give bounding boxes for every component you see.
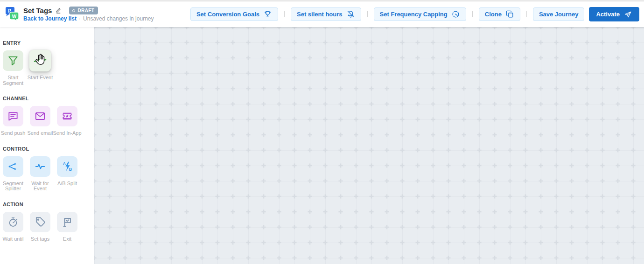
palette-item-send-inapp: Send In-App xyxy=(57,106,77,136)
set-conversion-goals-button[interactable]: Set Conversion Goals xyxy=(190,7,278,21)
header-actions: Set Conversion Goals Set silent hours Se… xyxy=(190,7,639,21)
subtitle-separator: · xyxy=(79,15,81,22)
section-title: ENTRY xyxy=(3,40,94,46)
funnel-icon xyxy=(7,55,19,67)
gauge-icon xyxy=(451,10,460,19)
pushwoosh-logo-icon: P W xyxy=(5,7,20,22)
palette-item-set-tags: Set tags xyxy=(30,212,50,242)
section-entry: ENTRY Start Segment xyxy=(3,40,94,86)
app-logo[interactable]: P W xyxy=(5,7,20,22)
tile-label: Start Segment xyxy=(0,75,28,86)
palette-item-start-segment: Start Segment xyxy=(3,50,23,86)
badge-dot-icon xyxy=(72,9,75,12)
tile-label: Send push xyxy=(0,131,28,136)
tile-label: Wait until xyxy=(0,236,28,242)
save-journey-label: Save Journey xyxy=(539,11,579,18)
ab-letter-b: B xyxy=(69,167,72,172)
palette-item-start-event: Start Event xyxy=(30,50,50,86)
edit-pencil-icon[interactable] xyxy=(55,7,62,14)
page-title: Set Tags xyxy=(23,7,52,14)
palette-item-wait-until: Wait until xyxy=(3,212,23,242)
bell-off-icon xyxy=(346,10,355,19)
unsaved-changes-note: Unsaved changes in journey xyxy=(83,15,154,22)
node-palette-sidebar: ENTRY Start Segment xyxy=(0,27,94,264)
button-separator xyxy=(472,11,473,17)
trophy-icon xyxy=(263,10,272,19)
flag-check-icon xyxy=(61,216,73,228)
tile-label: Send In-App xyxy=(52,131,83,136)
save-journey-button[interactable]: Save Journey xyxy=(533,7,585,21)
button-separator xyxy=(526,11,527,17)
stopwatch-icon xyxy=(7,216,19,228)
ab-split-tile[interactable]: A B xyxy=(57,156,77,177)
button-separator xyxy=(367,11,368,17)
tile-label: Segment Splitter xyxy=(0,181,28,192)
envelope-icon xyxy=(34,110,46,122)
set-conversion-goals-label: Set Conversion Goals xyxy=(196,11,259,18)
clone-button[interactable]: Clone xyxy=(479,7,520,21)
ab-letter-a: A xyxy=(63,161,66,166)
tile-label: Exit xyxy=(52,236,83,242)
palette-item-wait-for-event: Wait for Event xyxy=(30,156,50,192)
wait-until-tile[interactable] xyxy=(3,212,23,232)
palette-item-segment-splitter: Segment Splitter xyxy=(3,156,23,192)
back-to-journey-list-link[interactable]: Back to Journey list xyxy=(23,15,77,22)
ab-split-icon: A B xyxy=(61,160,73,173)
set-tags-tile[interactable] xyxy=(30,212,50,232)
copy-icon xyxy=(505,10,514,19)
exit-tile[interactable] xyxy=(57,212,77,232)
start-segment-tile[interactable] xyxy=(3,50,23,71)
canvas-grid xyxy=(94,27,644,264)
activate-button[interactable]: Activate xyxy=(589,7,639,21)
send-inapp-tile[interactable] xyxy=(57,106,77,126)
set-silent-hours-label: Set silent hours xyxy=(297,11,343,18)
section-control: CONTROL Segment Splitter xyxy=(3,146,94,192)
send-email-tile[interactable] xyxy=(30,106,50,126)
section-title: ACTION xyxy=(3,201,94,207)
journey-canvas[interactable] xyxy=(94,27,644,264)
section-title: CONTROL xyxy=(3,146,94,152)
status-badge: DRAFT xyxy=(69,7,98,14)
set-silent-hours-button[interactable]: Set silent hours xyxy=(291,7,361,21)
send-push-tile[interactable] xyxy=(3,106,23,126)
clone-label: Clone xyxy=(485,11,502,18)
tag-icon xyxy=(34,216,46,228)
chat-bubble-icon xyxy=(7,110,19,122)
palette-item-send-push: Send push xyxy=(3,106,23,136)
ticket-star-icon xyxy=(61,110,73,122)
button-separator xyxy=(284,11,285,17)
tile-label: Send email xyxy=(25,131,56,136)
logo-letter-w: W xyxy=(12,14,17,19)
section-action: ACTION Wait until xyxy=(3,201,94,242)
segment-splitter-tile[interactable] xyxy=(3,156,23,177)
tile-label: Wait for Event xyxy=(25,181,56,192)
pulse-icon xyxy=(34,160,46,173)
journey-header: P W Set Tags DRAFT Back to Journey list … xyxy=(0,1,644,27)
activate-label: Activate xyxy=(596,11,620,18)
tile-label: A/B Split xyxy=(52,181,83,187)
palette-item-exit: Exit xyxy=(57,212,77,242)
badge-label: DRAFT xyxy=(77,8,94,13)
set-frequency-capping-label: Set Frequency Capping xyxy=(380,11,448,18)
start-event-tile[interactable] xyxy=(29,50,51,72)
wait-for-event-tile[interactable] xyxy=(30,156,50,177)
palette-item-send-email: Send email xyxy=(30,106,50,136)
section-channel: CHANNEL Send push xyxy=(3,96,94,136)
section-title: CHANNEL xyxy=(3,96,94,101)
send-icon xyxy=(623,10,632,19)
zap-icon xyxy=(34,54,47,67)
split-arrows-icon xyxy=(7,160,19,173)
palette-item-ab-split: A B A/B Split xyxy=(57,156,77,192)
tile-label: Set tags xyxy=(25,236,56,242)
set-frequency-capping-button[interactable]: Set Frequency Capping xyxy=(374,7,466,21)
tile-label: Start Event xyxy=(25,75,56,81)
